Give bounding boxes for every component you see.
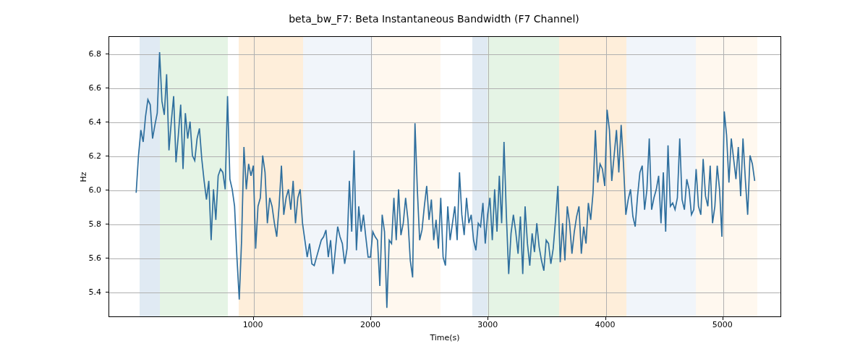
y-tick-mark xyxy=(106,190,109,190)
y-axis-label-container: Hz xyxy=(76,36,90,317)
y-tick-label: 6.2 xyxy=(89,151,102,160)
y-tick-mark xyxy=(106,224,109,224)
y-tick-label: 5.4 xyxy=(89,287,102,296)
y-tick-label: 6.4 xyxy=(89,117,102,126)
y-tick-label: 6.6 xyxy=(89,83,102,92)
x-tick-label: 3000 xyxy=(477,320,498,329)
y-tick-mark xyxy=(106,88,109,88)
y-tick-label: 5.8 xyxy=(89,219,102,228)
x-tick-label: 5000 xyxy=(712,320,733,329)
y-tick-label: 6.0 xyxy=(89,185,102,194)
y-tick-label: 6.8 xyxy=(89,49,102,58)
y-tick-mark xyxy=(106,122,109,122)
chart-title: beta_bw_F7: Beta Instantaneous Bandwidth… xyxy=(0,13,868,25)
x-tick-label: 2000 xyxy=(360,320,380,329)
x-tick-label: 1000 xyxy=(243,320,263,329)
plot-area xyxy=(109,36,781,317)
line-series xyxy=(109,37,780,316)
y-tick-label: 5.6 xyxy=(89,253,102,262)
y-tick-mark xyxy=(106,292,109,292)
y-tick-mark xyxy=(106,258,109,258)
x-axis-label: Time(s) xyxy=(109,333,781,342)
y-tick-mark xyxy=(106,54,109,54)
y-tick-mark xyxy=(106,156,109,156)
y-axis-label: Hz xyxy=(78,172,88,182)
x-tick-label: 4000 xyxy=(595,320,616,329)
figure: beta_bw_F7: Beta Instantaneous Bandwidth… xyxy=(0,0,868,362)
